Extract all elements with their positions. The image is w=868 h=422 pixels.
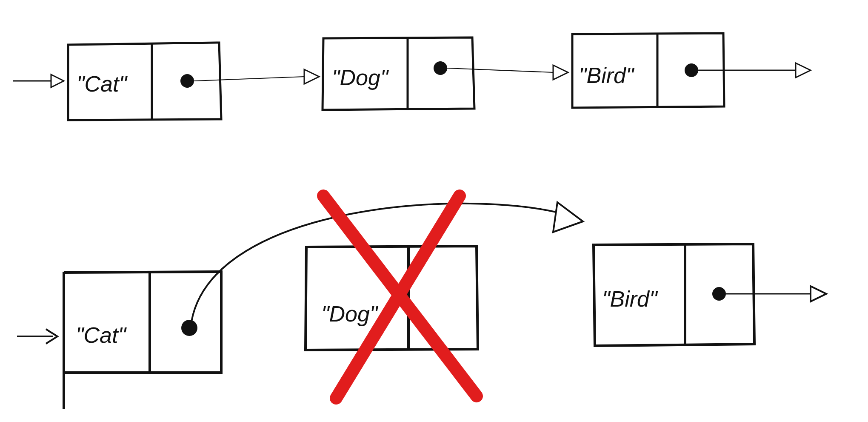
linked-list-diagram: "Cat" "Dog" "Bird" [0, 0, 868, 422]
node-dog-bottom-label: "Dog" [321, 301, 379, 326]
svg-line-3 [194, 77, 304, 81]
svg-marker-10 [796, 63, 811, 78]
node-bird-top-label: "Bird" [579, 63, 635, 88]
svg-line-20 [336, 196, 460, 398]
arrow-bird-out-top [698, 63, 811, 78]
node-dog-top-label: "Dog" [332, 65, 389, 90]
arrow-head-into-cat-top [13, 75, 64, 87]
pointer-dot-icon [685, 63, 698, 77]
delete-x-icon [323, 196, 477, 398]
svg-line-6 [447, 68, 553, 72]
svg-marker-16 [553, 202, 583, 232]
node-cat-top: "Cat" [68, 43, 221, 120]
pointer-dot-icon [181, 320, 197, 336]
svg-marker-18 [811, 286, 826, 301]
pointer-dot-icon [434, 61, 447, 75]
node-cat-bottom: "Cat" [64, 272, 221, 409]
svg-marker-1 [51, 75, 64, 87]
svg-marker-4 [304, 69, 319, 84]
pointer-dot-icon [180, 74, 194, 88]
node-cat-top-label: "Cat" [77, 72, 128, 96]
node-dog-top: "Dog" [323, 37, 474, 110]
node-bird-bottom: "Bird" [594, 244, 754, 346]
svg-marker-7 [553, 65, 568, 80]
node-cat-bottom-label: "Cat" [76, 323, 127, 347]
arrow-cat-to-dog-top [194, 69, 319, 84]
pointer-dot-icon [712, 287, 726, 301]
arrow-head-into-cat-bottom [17, 329, 57, 344]
node-bird-bottom-label: "Bird" [602, 287, 658, 311]
arrow-bird-out-bottom [726, 286, 826, 301]
arrow-dog-to-bird-top [447, 65, 568, 80]
